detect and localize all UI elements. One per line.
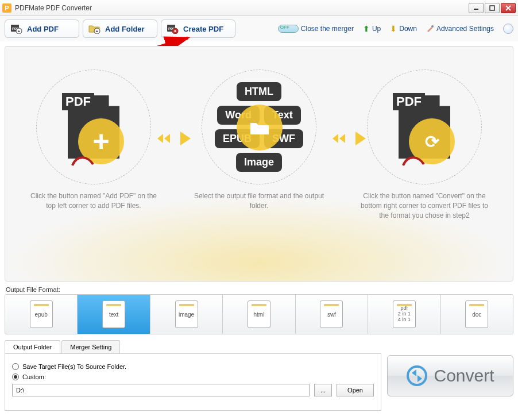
output-tabs: Output Folder Merger Setting Save Target…	[5, 340, 381, 411]
toolbar: PDF+ Add PDF + Add Folder PDF Create PDF…	[0, 16, 518, 41]
close-merger-label: Close the merger	[301, 25, 354, 33]
minimize-button[interactable]	[469, 3, 484, 13]
add-pdf-label: Add PDF	[27, 25, 59, 33]
save-to-source-option[interactable]: Save Target File(s) To Source Folder.	[12, 363, 374, 370]
output-folder-panel: Save Target File(s) To Source Folder. Cu…	[5, 353, 381, 411]
svg-text:+: +	[18, 29, 21, 34]
close-button[interactable]	[501, 3, 516, 13]
format-pdf-nup[interactable]: pdf 2 in 1 4 in 1	[368, 295, 440, 334]
save-to-source-label: Save Target File(s) To Source Folder.	[22, 363, 126, 370]
close-merger-toggle[interactable]: Close the merger	[278, 25, 354, 33]
step-1-graphic: PDF +	[36, 70, 151, 184]
step-1: PDF + Click the button named "Add PDF" o…	[19, 70, 168, 211]
format-image-label: image	[179, 311, 194, 318]
convert-label: Convert	[434, 366, 494, 386]
create-pdf-button[interactable]: PDF Create PDF	[161, 20, 235, 38]
format-html-label: html	[254, 311, 265, 318]
format-doc[interactable]: doc	[441, 295, 513, 334]
advanced-settings-button[interactable]: Advanced Settings	[426, 25, 494, 33]
format-doc-label: doc	[472, 311, 481, 318]
add-pdf-button[interactable]: PDF+ Add PDF	[5, 20, 79, 38]
pdf-badge: PDF	[62, 93, 94, 110]
pdf-badge-2: PDF	[393, 93, 425, 110]
step-1-text: Click the button named "Add PDF" on the …	[19, 191, 168, 211]
app-icon: P	[2, 3, 11, 13]
radio-unchecked-icon	[12, 363, 19, 370]
folder-icon	[237, 105, 283, 151]
radio-checked-icon	[12, 373, 19, 380]
output-path-input[interactable]	[12, 384, 310, 396]
tools-icon	[426, 25, 434, 33]
up-label: Up	[372, 25, 381, 33]
workflow-canvas: PDF + Click the button named "Add PDF" o…	[5, 46, 513, 282]
add-folder-button[interactable]: + Add Folder	[83, 20, 157, 38]
advanced-label: Advanced Settings	[436, 25, 494, 33]
tab-output-folder[interactable]: Output Folder	[5, 340, 60, 353]
arrow-up-icon: ⬆	[363, 24, 370, 33]
step-3: PDF ⟳ Click the button named "Convert" o…	[350, 70, 499, 220]
window-controls	[469, 3, 516, 13]
add-folder-label: Add Folder	[105, 25, 145, 33]
format-text-label: text	[109, 311, 118, 318]
title-bar: P PDFMate PDF Converter	[0, 0, 518, 16]
down-label: Down	[399, 25, 417, 33]
add-pdf-icon: PDF+	[10, 24, 22, 34]
step-2: HTML Word Text EPUB SWF Image Select the…	[184, 70, 334, 211]
format-image[interactable]: image	[150, 295, 223, 334]
convert-button[interactable]: Convert	[387, 355, 513, 396]
open-folder-button[interactable]: Open	[337, 384, 374, 396]
up-button[interactable]: ⬆Up	[363, 24, 381, 33]
format-epub[interactable]: epub	[5, 295, 78, 334]
browse-button[interactable]: ...	[314, 384, 332, 396]
format-text[interactable]: text	[78, 295, 150, 334]
svg-text:+: +	[96, 29, 99, 34]
window-title: PDFMate PDF Converter	[15, 4, 469, 12]
convert-icon	[406, 365, 428, 387]
output-format-label: Output File Format:	[6, 286, 512, 293]
add-folder-icon: +	[88, 24, 100, 34]
svg-point-15	[408, 367, 426, 385]
custom-folder-option[interactable]: Custom:	[12, 373, 374, 380]
step-2-text: Select the output file format and the ou…	[184, 191, 334, 211]
svg-rect-1	[490, 6, 494, 10]
format-html[interactable]: html	[223, 295, 295, 334]
adobe-curl-icon	[71, 153, 94, 168]
toggle-switch-icon	[278, 25, 299, 33]
format-epub-label: epub	[35, 311, 48, 318]
format-swf-label: swf	[327, 311, 336, 318]
maximize-button[interactable]	[485, 3, 500, 13]
svg-point-13	[431, 25, 434, 28]
format-strip: epub text image html swf pdf 2 in 1 4 in…	[5, 294, 513, 334]
tab-merger-setting[interactable]: Merger Setting	[61, 340, 120, 353]
custom-label: Custom:	[22, 373, 46, 380]
step-3-graphic: PDF ⟳	[367, 70, 482, 184]
flow-arrow-2-icon	[333, 127, 367, 150]
step-2-graphic: HTML Word Text EPUB SWF Image	[202, 70, 316, 184]
pill-image: Image	[236, 153, 282, 172]
create-pdf-label: Create PDF	[183, 25, 223, 33]
help-icon[interactable]	[503, 24, 513, 34]
pill-html: HTML	[237, 82, 281, 101]
flow-arrow-1-icon	[157, 127, 192, 150]
arrow-down-icon: ⬇	[390, 24, 397, 33]
adobe-curl-icon-2	[402, 153, 425, 168]
format-pdf-nup-label: pdf 2 in 1 4 in 1	[398, 306, 411, 323]
step-3-text: Click the button named "Convert" on the …	[350, 191, 499, 220]
format-swf[interactable]: swf	[296, 295, 368, 334]
down-button[interactable]: ⬇Down	[390, 24, 417, 33]
create-pdf-icon: PDF	[166, 24, 179, 34]
